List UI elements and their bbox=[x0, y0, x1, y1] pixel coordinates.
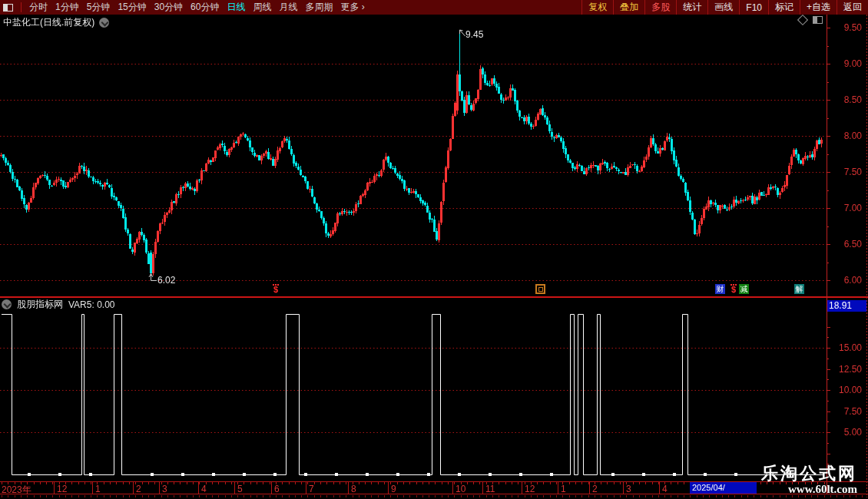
period-tab-6[interactable]: 日线 bbox=[227, 1, 245, 14]
date-label-3: 2 bbox=[136, 484, 141, 494]
toolbar-button-5[interactable]: F10 bbox=[739, 0, 768, 15]
diamond-icon[interactable] bbox=[797, 15, 808, 25]
marker-return-icon[interactable] bbox=[535, 284, 545, 294]
date-label-17: 4 bbox=[662, 484, 668, 494]
main-axis-tick-9.00: 9.00 bbox=[830, 58, 862, 69]
period-tab-3[interactable]: 15分钟 bbox=[118, 1, 146, 14]
indicator-axis-tick-5.00: 5.00 bbox=[830, 427, 862, 438]
indicator-name: 股朋指标网 bbox=[17, 298, 63, 311]
date-label-2: 1 bbox=[95, 484, 101, 494]
window-layout-icon[interactable] bbox=[3, 4, 13, 12]
main-axis-tick-8.00: 8.00 bbox=[830, 131, 862, 141]
date-label-10: 9 bbox=[391, 484, 396, 494]
period-tab-8[interactable]: 月线 bbox=[279, 1, 297, 14]
marker-dollar2-icon[interactable]: $ bbox=[730, 284, 737, 294]
indicator-header[interactable]: 股朋指标网 VAR5: 0.00 bbox=[2, 298, 114, 311]
date-label-15: 2 bbox=[592, 484, 598, 494]
indicator-axis-tick-15.00: 15.00 bbox=[830, 342, 862, 353]
watermark: 乐淘公式网 www.60lt.com bbox=[761, 464, 857, 496]
action-toolbar: 复权叠加多股统计画线F10标记+自选返回 bbox=[581, 0, 868, 15]
marker-return-icon-inner bbox=[538, 287, 543, 292]
period-tab-0[interactable]: 分时 bbox=[29, 1, 48, 14]
indicator-axis-tick-12.50: 12.50 bbox=[830, 364, 862, 375]
indicator-chevron-down-icon[interactable] bbox=[2, 299, 12, 309]
toolbar-button-7[interactable]: +自选 bbox=[800, 0, 837, 15]
toolbar-button-1[interactable]: 叠加 bbox=[613, 0, 644, 15]
main-axis-tick-8.50: 8.50 bbox=[830, 94, 862, 105]
main-axis-tick-7.00: 7.00 bbox=[830, 203, 862, 213]
panel-split-icon-fill bbox=[813, 17, 817, 23]
period-tab-7[interactable]: 周线 bbox=[253, 1, 271, 14]
marker-unlock-icon[interactable]: 解 bbox=[794, 284, 804, 294]
date-label-1: 12 bbox=[57, 484, 67, 494]
page-title[interactable]: 中盐化工(日线.前复权) bbox=[3, 16, 94, 29]
main-axis-tick-6.00: 6.00 bbox=[830, 275, 862, 286]
marker-dollar2-icon-glyph: $ bbox=[731, 286, 736, 294]
date-label-4: 3 bbox=[162, 484, 167, 494]
date-label-5: 4 bbox=[201, 484, 207, 494]
panel-split-icon[interactable] bbox=[813, 16, 823, 24]
watermark-title: 乐淘公式网 bbox=[761, 464, 857, 483]
period-tab-2[interactable]: 5分钟 bbox=[87, 1, 111, 14]
marker-dollar-icon[interactable]: $ bbox=[272, 284, 280, 294]
date-label-12: 11 bbox=[485, 484, 495, 494]
main-axis-tick-6.50: 6.50 bbox=[830, 239, 862, 250]
toolbar-button-0[interactable]: 复权 bbox=[581, 0, 613, 15]
app-window: 分时1分钟5分钟15分钟30分钟60分钟日线周线月线多周期更多 › 复权叠加多股… bbox=[0, 0, 868, 499]
date-label-11: 10 bbox=[456, 484, 465, 494]
indicator-value: VAR5: 0.00 bbox=[68, 299, 114, 310]
main-axis-tick-7.50: 7.50 bbox=[830, 167, 862, 177]
date-label-9: 8 bbox=[351, 484, 356, 494]
current-date-badge: 2025/04/ bbox=[690, 482, 757, 494]
period-toolbar: 分时1分钟5分钟15分钟30分钟60分钟日线周线月线多周期更多 › bbox=[0, 0, 365, 15]
period-tab-5[interactable]: 60分钟 bbox=[190, 1, 219, 14]
watermark-url: www.60lt.com bbox=[761, 483, 857, 496]
toolbar-divider bbox=[21, 2, 22, 12]
period-tab-4[interactable]: 30分钟 bbox=[154, 1, 183, 14]
date-label-6: 5 bbox=[237, 484, 243, 494]
chevron-down-icon[interactable] bbox=[99, 18, 109, 28]
date-label-13: 12 bbox=[525, 484, 535, 494]
chart-corner-icons bbox=[799, 16, 823, 24]
toolbar-button-4[interactable]: 画线 bbox=[707, 0, 739, 15]
period-tab-1[interactable]: 1分钟 bbox=[55, 1, 79, 14]
date-label-14: 1 bbox=[561, 484, 566, 494]
marker-finance-icon[interactable]: 财 bbox=[715, 284, 725, 294]
toolbar-button-2[interactable]: 多股 bbox=[644, 0, 676, 15]
toolbar-button-3[interactable]: 统计 bbox=[676, 0, 707, 15]
indicator-max-value-badge: 18.91 bbox=[827, 300, 866, 312]
high-price-annotation: 9.45 bbox=[465, 29, 483, 40]
window-layout-icon-fill bbox=[4, 5, 8, 11]
chart-title-bar[interactable]: 中盐化工(日线.前复权) bbox=[3, 16, 109, 29]
marker-dollar-icon-glyph: $ bbox=[273, 286, 278, 294]
marker-reduce-icon[interactable]: 减 bbox=[739, 284, 749, 294]
indicator-axis-tick-7.50: 7.50 bbox=[830, 406, 862, 417]
top-toolbar: 分时1分钟5分钟15分钟30分钟60分钟日线周线月线多周期更多 › 复权叠加多股… bbox=[0, 0, 868, 15]
date-label-16: 3 bbox=[626, 484, 631, 494]
indicator-axis-tick-10.00: 10.00 bbox=[830, 385, 862, 395]
date-label-7: 6 bbox=[274, 484, 280, 494]
main-axis-tick-9.50: 9.50 bbox=[830, 22, 862, 33]
date-label-8: 7 bbox=[309, 484, 314, 494]
period-tab-10[interactable]: 更多 › bbox=[340, 1, 364, 14]
chart-canvas bbox=[0, 0, 868, 499]
period-tab-9[interactable]: 多周期 bbox=[305, 1, 333, 14]
toolbar-button-6[interactable]: 标记 bbox=[768, 0, 800, 15]
toolbar-button-8[interactable]: 返回 bbox=[837, 0, 868, 15]
date-label-0: 2023年 bbox=[2, 484, 31, 497]
low-price-annotation: 6.02 bbox=[157, 275, 175, 286]
